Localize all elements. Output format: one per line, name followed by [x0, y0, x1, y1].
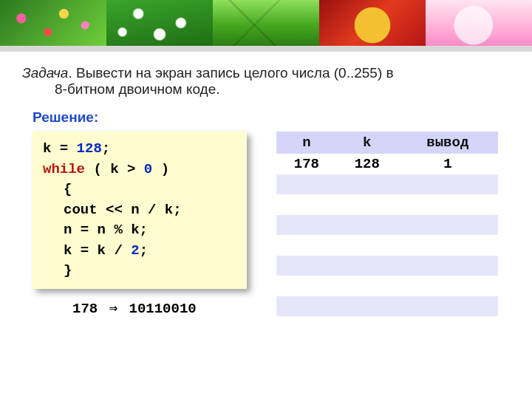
result-line: 178 ⇒ 10110010: [33, 289, 247, 317]
arrow-icon: ⇒: [106, 301, 120, 317]
trace-table: n k вывод 178 128 1: [276, 132, 498, 316]
task-statement: Задача. Вывести на экран запись целого ч…: [0, 52, 532, 105]
solution-label: Решение:: [0, 105, 532, 132]
code-line-3: {: [43, 180, 235, 200]
th-n: n: [276, 132, 337, 154]
result-input: 178: [72, 301, 98, 317]
banner-tile-autumn-leaf: [319, 0, 426, 46]
banner-tile-blossom: [426, 0, 532, 46]
banner-tile-palm: [213, 0, 319, 46]
task-line2: 8-битном двоичном коде.: [22, 81, 510, 98]
table-row: [276, 174, 498, 194]
code-line-7: }: [43, 261, 235, 282]
task-word: Задача: [22, 65, 68, 81]
banner-tile-chamomile: [106, 0, 213, 46]
table-row: [276, 194, 498, 215]
cell-out: 1: [398, 154, 498, 174]
code-line-5: n = n % k;: [43, 220, 235, 241]
code-line-2: while ( k > 0 ): [43, 160, 235, 180]
code-line-4: cout << n / k;: [43, 200, 235, 221]
banner-tile-flowers: [0, 0, 106, 46]
th-output: вывод: [398, 132, 498, 154]
cell-n: 178: [276, 154, 337, 174]
result-output: 10110010: [129, 301, 196, 317]
table-row: [276, 296, 498, 316]
table-header-row: n k вывод: [276, 132, 498, 154]
table-row: [276, 215, 498, 235]
th-k: k: [337, 132, 398, 154]
task-line1: . Вывести на экран запись целого числа (…: [68, 65, 393, 81]
code-line-1: k = 128;: [43, 139, 235, 160]
table-row: [276, 276, 498, 296]
cell-k: 128: [337, 154, 398, 174]
code-line-6: k = k / 2;: [43, 241, 235, 262]
code-block: k = 128; while ( k > 0 ) { cout << n / k…: [33, 132, 247, 289]
table-row: [276, 235, 498, 256]
table-row: [276, 256, 498, 276]
table-row: 178 128 1: [276, 154, 498, 174]
header-image-strip: [0, 0, 532, 52]
